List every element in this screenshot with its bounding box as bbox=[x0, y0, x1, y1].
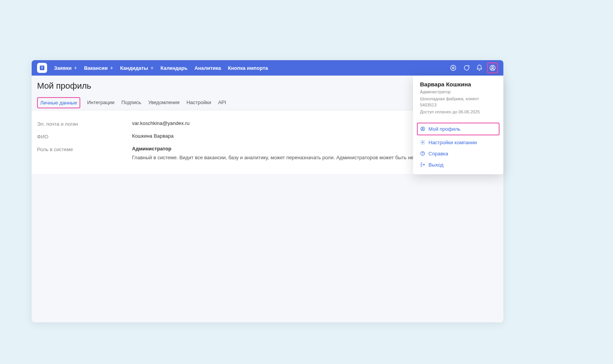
popover-role: Администратор bbox=[420, 89, 496, 95]
role-name: Администратор bbox=[132, 146, 171, 152]
svg-point-1 bbox=[450, 65, 456, 71]
nav-item-analytics[interactable]: Аналитика bbox=[195, 65, 221, 71]
tab-settings[interactable]: Настройки bbox=[186, 96, 211, 110]
svg-point-4 bbox=[492, 66, 494, 68]
popover-item-my-profile[interactable]: Мой профиль bbox=[417, 123, 500, 135]
svg-point-9 bbox=[423, 155, 423, 155]
tab-label: Личные данные bbox=[40, 100, 77, 106]
popover-header: Варвара Кошкина Администратор Шоколадная… bbox=[413, 81, 503, 120]
app-window: T Заявки + Вакансии + Кандидаты + Календ… bbox=[32, 60, 503, 322]
popover-item-label: Справка bbox=[428, 151, 448, 157]
tab-label: Уведомления bbox=[148, 99, 179, 105]
field-value: var.koschkina@yandex.ru bbox=[132, 120, 190, 126]
logo-icon: T bbox=[39, 65, 45, 71]
tab-notifications[interactable]: Уведомления bbox=[148, 96, 179, 110]
popover-item-company-settings[interactable]: Настройки компании bbox=[413, 137, 503, 148]
tab-personal-data[interactable]: Личные данные bbox=[37, 97, 80, 108]
outer-frame: T Заявки + Вакансии + Кандидаты + Календ… bbox=[0, 0, 613, 364]
nav-label: Вакансии bbox=[84, 65, 108, 71]
nav-item-import[interactable]: Кнопка импорта bbox=[228, 65, 268, 71]
popover-item-label: Выход bbox=[428, 162, 444, 168]
popover-user-name: Варвара Кошкина bbox=[420, 81, 496, 88]
nav-label: Кандидаты bbox=[120, 65, 148, 71]
logo[interactable]: T bbox=[37, 63, 47, 73]
popover-items: Мой профиль Настройки компании Справка В… bbox=[413, 120, 503, 170]
svg-point-7 bbox=[422, 142, 423, 143]
popover-item-logout[interactable]: Выход bbox=[413, 159, 503, 170]
help-icon[interactable] bbox=[448, 62, 459, 73]
chat-icon[interactable] bbox=[461, 62, 472, 73]
profile-icon[interactable] bbox=[487, 62, 498, 73]
bell-icon[interactable] bbox=[474, 62, 485, 73]
popover-item-label: Мой профиль bbox=[428, 126, 461, 132]
role-description: Главный в системе. Видит все вакансии, б… bbox=[132, 154, 433, 162]
nav-label: Аналитика bbox=[195, 65, 221, 71]
plus-icon[interactable]: + bbox=[151, 65, 154, 71]
plus-icon[interactable]: + bbox=[110, 65, 113, 71]
field-label: Эл. почта и логин bbox=[37, 120, 132, 127]
tab-label: Интеграции bbox=[87, 99, 115, 105]
top-nav: T Заявки + Вакансии + Кандидаты + Календ… bbox=[32, 60, 503, 76]
nav-item-calendar[interactable]: Календарь bbox=[161, 65, 188, 71]
tab-label: Подпись bbox=[121, 99, 141, 105]
logout-icon bbox=[420, 162, 425, 167]
nav-item-requests[interactable]: Заявки + bbox=[54, 65, 77, 71]
popover-company: Шоколадная фабрика, клиент 5403513 bbox=[420, 96, 496, 108]
plus-icon[interactable]: + bbox=[74, 65, 77, 71]
popover-item-help[interactable]: Справка bbox=[413, 148, 503, 159]
help-circle-icon bbox=[420, 151, 425, 156]
gear-icon bbox=[420, 140, 425, 145]
popover-access: Доступ оплачен до 06.06.2025 bbox=[420, 109, 496, 115]
field-value: Кошкина Варвара bbox=[132, 133, 174, 139]
popover-item-label: Настройки компании bbox=[428, 140, 477, 145]
tab-integrations[interactable]: Интеграции bbox=[87, 96, 115, 110]
svg-text:T: T bbox=[41, 66, 43, 70]
user-circle-icon bbox=[420, 126, 425, 131]
nav-label: Календарь bbox=[161, 65, 188, 71]
nav-items: Заявки + Вакансии + Кандидаты + Календар… bbox=[54, 65, 268, 71]
nav-item-candidates[interactable]: Кандидаты + bbox=[120, 65, 154, 71]
tab-label: API bbox=[218, 99, 226, 105]
tab-api[interactable]: API bbox=[218, 96, 226, 110]
profile-popover: Варвара Кошкина Администратор Шоколадная… bbox=[413, 76, 503, 174]
nav-item-vacancies[interactable]: Вакансии + bbox=[84, 65, 113, 71]
svg-point-2 bbox=[452, 67, 454, 69]
field-value: Администратор Главный в системе. Видит в… bbox=[132, 146, 433, 162]
nav-label: Заявки bbox=[54, 65, 71, 71]
tab-label: Настройки bbox=[186, 99, 211, 105]
svg-point-6 bbox=[422, 128, 423, 129]
field-label: ФИО bbox=[37, 133, 132, 140]
tab-signature[interactable]: Подпись bbox=[121, 96, 141, 110]
nav-label: Кнопка импорта bbox=[228, 65, 268, 71]
field-label: Роль в системе bbox=[37, 146, 132, 152]
